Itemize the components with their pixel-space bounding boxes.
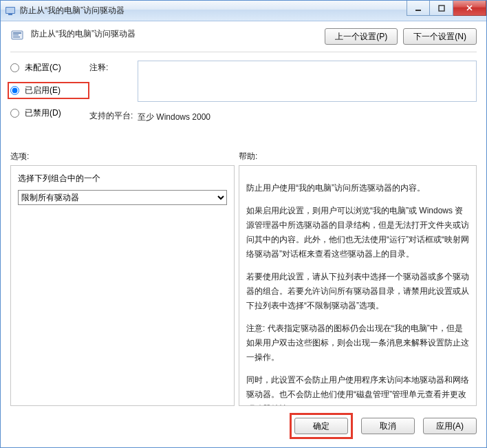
maximize-button[interactable]: [430, 1, 453, 16]
cancel-button[interactable]: 取消: [361, 418, 415, 434]
radio-not-configured[interactable]: 未配置(C): [10, 62, 89, 74]
help-paragraph: 如果启用此设置，则用户可以浏览“我的电脑”或 Windows 资源管理器中所选驱…: [246, 204, 469, 262]
minimize-button[interactable]: [407, 1, 430, 16]
comment-textarea[interactable]: [138, 61, 477, 102]
radio-enabled-label: 已启用(E): [25, 85, 61, 96]
app-icon: [5, 6, 16, 17]
titlebar: 防止从“我的电脑”访问驱动器: [1, 1, 486, 21]
svg-rect-4: [439, 6, 444, 11]
state-radio-group: 未配置(C) 已启用(E) 已禁用(D): [10, 61, 89, 119]
window-title: 防止从“我的电脑”访问驱动器: [20, 5, 407, 17]
prev-setting-button[interactable]: 上一个设置(P): [325, 28, 398, 45]
radio-not-configured-input[interactable]: [10, 63, 19, 72]
svg-rect-8: [13, 36, 20, 38]
dialog-window: 防止从“我的电脑”访问驱动器 防止从“我的电脑”访问: [0, 0, 487, 448]
radio-not-configured-label: 未配置(C): [25, 62, 61, 74]
help-paragraph: 注意: 代表指定驱动器的图标仍会出现在“我的电脑”中，但是如果用户双击这些图标，…: [246, 321, 469, 365]
content-area: 防止从“我的电脑”访问驱动器 上一个设置(P) 下一个设置(N) 未配置(C) …: [1, 21, 486, 447]
options-panel: 选择下列组合中的一个 限制所有驱动器: [10, 165, 235, 406]
policy-icon: [10, 29, 24, 43]
svg-rect-6: [13, 32, 21, 34]
ok-button[interactable]: 确定: [294, 418, 348, 434]
comment-label: 注释:: [89, 61, 138, 74]
radio-enabled[interactable]: 已启用(E): [8, 82, 89, 99]
drive-restriction-select[interactable]: 限制所有驱动器: [18, 190, 227, 205]
radio-disabled[interactable]: 已禁用(D): [10, 107, 89, 119]
apply-button[interactable]: 应用(A): [423, 418, 477, 434]
options-caption: 选择下列组合中的一个: [18, 173, 227, 184]
options-section-label: 选项:: [10, 151, 239, 162]
radio-enabled-input[interactable]: [10, 86, 19, 95]
help-section-label: 帮助:: [239, 151, 477, 162]
svg-rect-1: [6, 8, 14, 13]
next-setting-button[interactable]: 下一个设置(N): [403, 28, 477, 45]
radio-disabled-input[interactable]: [10, 109, 19, 118]
help-panel: 防止用户使用“我的电脑”访问所选驱动器的内容。 如果启用此设置，则用户可以浏览“…: [239, 165, 477, 406]
svg-rect-3: [415, 10, 421, 11]
platform-label: 支持的平台:: [89, 109, 138, 122]
window-controls: [407, 1, 486, 21]
help-paragraph: 防止用户使用“我的电脑”访问所选驱动器的内容。: [246, 181, 469, 195]
divider: [10, 52, 477, 52]
help-paragraph: 同时，此设置不会防止用户使用程序来访问本地驱动器和网络驱动器。也不会防止他们使用…: [246, 373, 469, 406]
close-button[interactable]: [453, 1, 486, 16]
dialog-footer: 确定 取消 应用(A): [10, 406, 477, 439]
svg-rect-7: [13, 34, 19, 36]
svg-rect-2: [8, 14, 12, 15]
radio-disabled-label: 已禁用(D): [25, 107, 61, 119]
page-title: 防止从“我的电脑”访问驱动器: [31, 28, 318, 40]
platform-value: 至少 Windows 2000: [138, 109, 477, 123]
ok-highlight: 确定: [290, 413, 353, 439]
help-paragraph: 若要使用此设置，请从下拉列表中选择一个驱动器或多个驱动器的组合。若要允许访问所有…: [246, 270, 469, 313]
